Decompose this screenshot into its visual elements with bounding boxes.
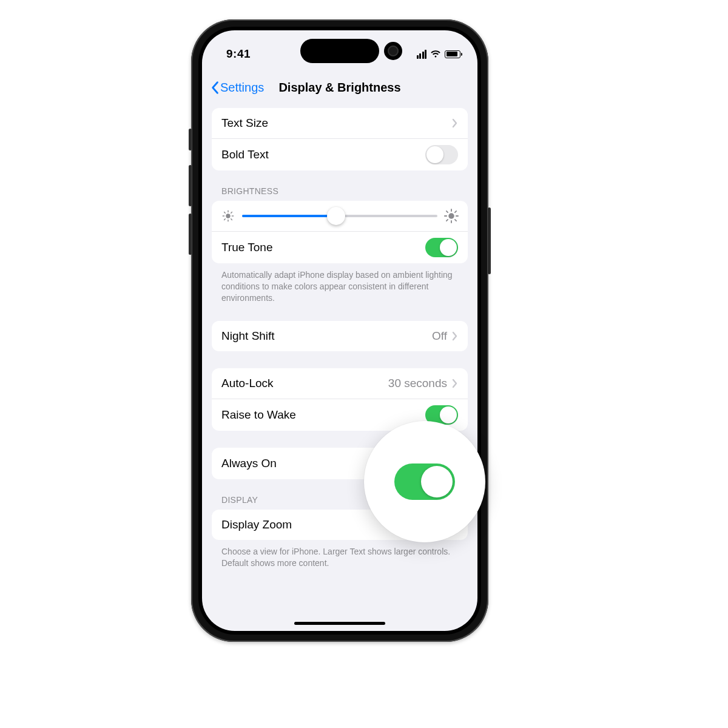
power-button (488, 207, 491, 274)
svg-line-14 (447, 211, 448, 212)
brightness-group: True Tone (212, 201, 468, 263)
settings-content[interactable]: Text Size Bold Text BRIGHTNESS (202, 102, 477, 631)
svg-line-6 (231, 219, 232, 220)
sun-min-icon (221, 209, 235, 223)
bold-text-toggle[interactable] (425, 145, 458, 164)
svg-line-15 (455, 220, 456, 221)
text-appearance-group: Text Size Bold Text (212, 108, 468, 170)
status-time: 9:41 (226, 47, 251, 61)
true-tone-description: Automatically adapt iPhone display based… (221, 269, 458, 304)
row-value: 30 seconds (388, 377, 447, 390)
true-tone-toggle[interactable] (425, 238, 458, 257)
chevron-right-icon (452, 331, 458, 341)
iphone-frame: 9:41 Settings Display & Brightne (191, 19, 488, 642)
svg-line-8 (231, 212, 232, 214)
chevron-right-icon (452, 379, 458, 388)
volume-down-button (189, 214, 192, 255)
dynamic-island (300, 39, 379, 63)
back-label: Settings (220, 81, 264, 95)
nav-bar: Settings Display & Brightness (202, 73, 477, 102)
row-label: Raise to Wake (221, 408, 425, 422)
mute-switch (189, 129, 192, 150)
chevron-right-icon (452, 118, 458, 128)
bold-text-row[interactable]: Bold Text (212, 138, 468, 170)
svg-line-5 (224, 212, 226, 214)
text-size-row[interactable]: Text Size (212, 108, 468, 138)
svg-line-7 (224, 219, 226, 220)
svg-point-0 (226, 214, 230, 218)
brightness-slider[interactable] (242, 215, 437, 217)
cellular-bars-icon (417, 50, 427, 59)
svg-line-16 (447, 220, 448, 221)
always-on-toggle-magnified (394, 463, 455, 500)
always-on-callout (364, 421, 485, 542)
page-title: Display & Brightness (278, 81, 400, 95)
svg-point-9 (448, 213, 454, 218)
home-indicator[interactable] (294, 622, 385, 625)
night-shift-row[interactable]: Night Shift Off (212, 321, 468, 351)
row-label: Text Size (221, 116, 452, 130)
brightness-header: BRIGHTNESS (221, 186, 458, 196)
row-label: Night Shift (221, 329, 432, 343)
row-label: Auto-Lock (221, 377, 388, 390)
svg-line-17 (455, 211, 456, 212)
night-shift-group: Night Shift Off (212, 321, 468, 351)
back-button[interactable]: Settings (211, 81, 264, 95)
auto-lock-row[interactable]: Auto-Lock 30 seconds (212, 368, 468, 399)
wifi-icon (430, 50, 441, 58)
row-label: True Tone (221, 241, 425, 254)
row-label: Bold Text (221, 148, 425, 161)
battery-icon (445, 50, 460, 58)
true-tone-row[interactable]: True Tone (212, 231, 468, 263)
display-zoom-description: Choose a view for iPhone. Larger Text sh… (221, 546, 458, 569)
row-value: Off (432, 329, 447, 343)
volume-up-button (189, 165, 192, 206)
sun-max-icon (445, 209, 458, 223)
brightness-slider-row[interactable] (212, 201, 468, 231)
